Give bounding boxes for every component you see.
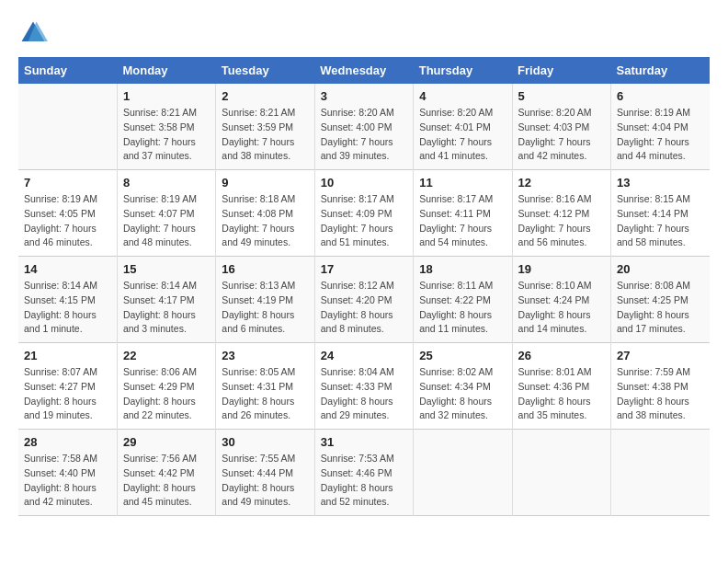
- day-number: 28: [24, 435, 111, 449]
- day-info: Sunrise: 7:56 AM Sunset: 4:42 PM Dayligh…: [123, 452, 210, 510]
- day-info: Sunrise: 8:19 AM Sunset: 4:04 PM Dayligh…: [617, 106, 704, 164]
- day-number: 19: [518, 262, 605, 276]
- day-number: 10: [321, 176, 407, 190]
- calendar-cell: 27Sunrise: 7:59 AM Sunset: 4:38 PM Dayli…: [611, 343, 710, 430]
- day-number: 16: [222, 262, 308, 276]
- calendar-cell: 20Sunrise: 8:08 AM Sunset: 4:25 PM Dayli…: [611, 257, 710, 343]
- day-info: Sunrise: 8:17 AM Sunset: 4:11 PM Dayligh…: [419, 192, 506, 250]
- logo-icon: [18, 18, 48, 48]
- day-info: Sunrise: 8:04 AM Sunset: 4:33 PM Dayligh…: [321, 365, 407, 423]
- calendar-cell: 26Sunrise: 8:01 AM Sunset: 4:36 PM Dayli…: [512, 343, 610, 430]
- calendar-cell: 3Sunrise: 8:20 AM Sunset: 4:00 PM Daylig…: [314, 84, 413, 170]
- day-number: 15: [123, 262, 210, 276]
- day-info: Sunrise: 8:15 AM Sunset: 4:14 PM Dayligh…: [617, 192, 704, 250]
- day-number: 14: [24, 262, 111, 276]
- calendar-cell: 11Sunrise: 8:17 AM Sunset: 4:11 PM Dayli…: [414, 170, 512, 257]
- day-info: Sunrise: 8:10 AM Sunset: 4:24 PM Dayligh…: [518, 279, 605, 337]
- day-number: 29: [123, 435, 210, 449]
- calendar-cell: 28Sunrise: 7:58 AM Sunset: 4:40 PM Dayli…: [18, 430, 117, 516]
- calendar-cell: 14Sunrise: 8:14 AM Sunset: 4:15 PM Dayli…: [18, 257, 117, 343]
- day-info: Sunrise: 8:21 AM Sunset: 3:59 PM Dayligh…: [222, 106, 308, 164]
- weekday-header-sunday: Sunday: [18, 57, 117, 84]
- weekday-header-thursday: Thursday: [414, 57, 512, 84]
- day-number: 8: [123, 176, 210, 190]
- calendar-cell: 24Sunrise: 8:04 AM Sunset: 4:33 PM Dayli…: [314, 343, 413, 430]
- calendar-cell: 4Sunrise: 8:20 AM Sunset: 4:01 PM Daylig…: [414, 84, 512, 170]
- calendar-cell: 1Sunrise: 8:21 AM Sunset: 3:58 PM Daylig…: [117, 84, 215, 170]
- calendar-cell: 2Sunrise: 8:21 AM Sunset: 3:59 PM Daylig…: [216, 84, 314, 170]
- day-number: 21: [24, 349, 111, 362]
- day-number: 20: [617, 262, 704, 276]
- calendar-table: SundayMondayTuesdayWednesdayThursdayFrid…: [18, 57, 710, 516]
- day-info: Sunrise: 8:16 AM Sunset: 4:12 PM Dayligh…: [518, 192, 605, 250]
- day-info: Sunrise: 8:20 AM Sunset: 4:00 PM Dayligh…: [321, 106, 407, 164]
- calendar-cell: 21Sunrise: 8:07 AM Sunset: 4:27 PM Dayli…: [18, 343, 117, 430]
- day-info: Sunrise: 8:13 AM Sunset: 4:19 PM Dayligh…: [222, 279, 308, 337]
- weekday-header-row: SundayMondayTuesdayWednesdayThursdayFrid…: [18, 57, 710, 84]
- day-number: 27: [617, 349, 704, 362]
- page-header: [18, 18, 710, 48]
- weekday-header-monday: Monday: [117, 57, 215, 84]
- day-number: 18: [419, 262, 506, 276]
- logo: [18, 18, 51, 48]
- week-row-4: 21Sunrise: 8:07 AM Sunset: 4:27 PM Dayli…: [18, 343, 710, 430]
- day-number: 2: [222, 89, 308, 103]
- calendar-cell: [611, 430, 710, 516]
- calendar-cell: 10Sunrise: 8:17 AM Sunset: 4:09 PM Dayli…: [314, 170, 413, 257]
- day-number: 31: [321, 435, 407, 449]
- calendar-cell: 9Sunrise: 8:18 AM Sunset: 4:08 PM Daylig…: [216, 170, 314, 257]
- day-info: Sunrise: 7:59 AM Sunset: 4:38 PM Dayligh…: [617, 365, 704, 423]
- calendar-cell: 22Sunrise: 8:06 AM Sunset: 4:29 PM Dayli…: [117, 343, 215, 430]
- day-number: 23: [222, 349, 308, 362]
- calendar-cell: [512, 430, 610, 516]
- day-number: 7: [24, 176, 111, 190]
- calendar-cell: 13Sunrise: 8:15 AM Sunset: 4:14 PM Dayli…: [611, 170, 710, 257]
- day-info: Sunrise: 8:12 AM Sunset: 4:20 PM Dayligh…: [321, 279, 407, 337]
- day-info: Sunrise: 8:19 AM Sunset: 4:05 PM Dayligh…: [24, 192, 111, 250]
- day-number: 30: [222, 435, 308, 449]
- calendar-cell: 18Sunrise: 8:11 AM Sunset: 4:22 PM Dayli…: [414, 257, 512, 343]
- day-info: Sunrise: 8:08 AM Sunset: 4:25 PM Dayligh…: [617, 279, 704, 337]
- day-info: Sunrise: 8:02 AM Sunset: 4:34 PM Dayligh…: [419, 365, 506, 423]
- day-number: 9: [222, 176, 308, 190]
- day-info: Sunrise: 8:01 AM Sunset: 4:36 PM Dayligh…: [518, 365, 605, 423]
- weekday-header-friday: Friday: [512, 57, 610, 84]
- calendar-cell: 30Sunrise: 7:55 AM Sunset: 4:44 PM Dayli…: [216, 430, 314, 516]
- calendar-cell: 31Sunrise: 7:53 AM Sunset: 4:46 PM Dayli…: [314, 430, 413, 516]
- week-row-5: 28Sunrise: 7:58 AM Sunset: 4:40 PM Dayli…: [18, 430, 710, 516]
- calendar-cell: 8Sunrise: 8:19 AM Sunset: 4:07 PM Daylig…: [117, 170, 215, 257]
- calendar-cell: [414, 430, 512, 516]
- day-info: Sunrise: 8:05 AM Sunset: 4:31 PM Dayligh…: [222, 365, 308, 423]
- day-info: Sunrise: 8:17 AM Sunset: 4:09 PM Dayligh…: [321, 192, 407, 250]
- calendar-cell: 15Sunrise: 8:14 AM Sunset: 4:17 PM Dayli…: [117, 257, 215, 343]
- day-number: 6: [617, 89, 704, 103]
- day-info: Sunrise: 8:14 AM Sunset: 4:17 PM Dayligh…: [123, 279, 210, 337]
- calendar-cell: 16Sunrise: 8:13 AM Sunset: 4:19 PM Dayli…: [216, 257, 314, 343]
- day-number: 5: [518, 89, 605, 103]
- day-info: Sunrise: 8:18 AM Sunset: 4:08 PM Dayligh…: [222, 192, 308, 250]
- calendar-cell: 25Sunrise: 8:02 AM Sunset: 4:34 PM Dayli…: [414, 343, 512, 430]
- day-info: Sunrise: 8:20 AM Sunset: 4:01 PM Dayligh…: [419, 106, 506, 164]
- week-row-3: 14Sunrise: 8:14 AM Sunset: 4:15 PM Dayli…: [18, 257, 710, 343]
- day-info: Sunrise: 8:07 AM Sunset: 4:27 PM Dayligh…: [24, 365, 111, 423]
- calendar-cell: 29Sunrise: 7:56 AM Sunset: 4:42 PM Dayli…: [117, 430, 215, 516]
- day-info: Sunrise: 7:55 AM Sunset: 4:44 PM Dayligh…: [222, 452, 308, 510]
- calendar-cell: 5Sunrise: 8:20 AM Sunset: 4:03 PM Daylig…: [512, 84, 610, 170]
- day-number: 12: [518, 176, 605, 190]
- day-info: Sunrise: 8:14 AM Sunset: 4:15 PM Dayligh…: [24, 279, 111, 337]
- day-number: 11: [419, 176, 506, 190]
- calendar-cell: 6Sunrise: 8:19 AM Sunset: 4:04 PM Daylig…: [611, 84, 710, 170]
- calendar-cell: 23Sunrise: 8:05 AM Sunset: 4:31 PM Dayli…: [216, 343, 314, 430]
- day-info: Sunrise: 8:06 AM Sunset: 4:29 PM Dayligh…: [123, 365, 210, 423]
- calendar-cell: 17Sunrise: 8:12 AM Sunset: 4:20 PM Dayli…: [314, 257, 413, 343]
- week-row-2: 7Sunrise: 8:19 AM Sunset: 4:05 PM Daylig…: [18, 170, 710, 257]
- day-number: 24: [321, 349, 407, 362]
- day-info: Sunrise: 8:20 AM Sunset: 4:03 PM Dayligh…: [518, 106, 605, 164]
- day-info: Sunrise: 8:21 AM Sunset: 3:58 PM Dayligh…: [123, 106, 210, 164]
- day-number: 13: [617, 176, 704, 190]
- day-info: Sunrise: 8:19 AM Sunset: 4:07 PM Dayligh…: [123, 192, 210, 250]
- day-info: Sunrise: 7:53 AM Sunset: 4:46 PM Dayligh…: [321, 452, 407, 510]
- calendar-cell: [18, 84, 117, 170]
- calendar-cell: 7Sunrise: 8:19 AM Sunset: 4:05 PM Daylig…: [18, 170, 117, 257]
- weekday-header-saturday: Saturday: [611, 57, 710, 84]
